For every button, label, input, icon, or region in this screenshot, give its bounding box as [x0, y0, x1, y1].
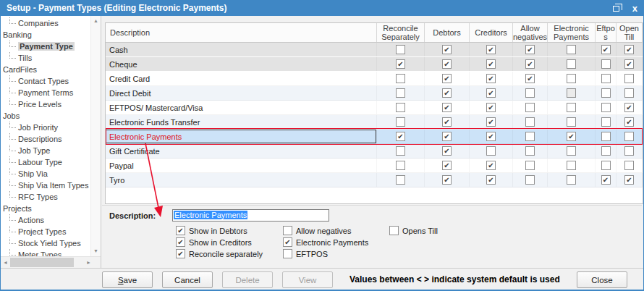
description-input[interactable]: Electronic Payments: [172, 209, 329, 222]
row-check-cell[interactable]: [470, 144, 513, 158]
table-row[interactable]: Electronic Payments: [106, 130, 643, 144]
checkbox[interactable]: [624, 103, 634, 112]
checkbox[interactable]: [601, 161, 611, 170]
checkbox[interactable]: [176, 249, 185, 258]
checkbox[interactable]: [442, 88, 452, 98]
checkbox[interactable]: [396, 132, 405, 141]
checkbox[interactable]: [601, 74, 611, 83]
row-check-cell[interactable]: [513, 57, 548, 71]
row-check-cell[interactable]: [470, 173, 513, 187]
sidebar-item-jobs[interactable]: Jobs: [1, 110, 90, 122]
titlebar[interactable]: Setup - Payment Types (Editing Electroni…: [1, 1, 643, 16]
checkbox[interactable]: [601, 88, 611, 98]
checkbox[interactable]: [601, 45, 611, 54]
row-check-cell[interactable]: [548, 130, 596, 143]
sidebar-item-ship-via-item-types[interactable]: Ship Via Item Types: [1, 180, 90, 191]
row-check-cell[interactable]: [548, 101, 596, 114]
checkbox[interactable]: [176, 226, 185, 235]
row-description[interactable]: Cash: [106, 43, 377, 56]
sidebar-item-rfc-types[interactable]: RFC Types: [1, 191, 90, 203]
row-check-cell[interactable]: [470, 86, 513, 100]
checkbox[interactable]: [567, 175, 576, 185]
checkbox[interactable]: [601, 146, 611, 156]
checkbox[interactable]: [567, 74, 576, 83]
checkbox[interactable]: [624, 74, 634, 83]
checkbox[interactable]: [624, 146, 634, 156]
checkbox[interactable]: [442, 161, 452, 170]
edit-checkbox-item[interactable]: EFTPOS: [283, 249, 368, 258]
checkbox[interactable]: [486, 88, 496, 98]
checkbox[interactable]: [525, 175, 535, 185]
row-check-cell[interactable]: [548, 86, 596, 100]
checkbox[interactable]: [486, 74, 496, 83]
checkbox[interactable]: [567, 132, 576, 141]
row-check-cell[interactable]: [548, 144, 596, 158]
row-check-cell[interactable]: [425, 101, 470, 114]
checkbox[interactable]: [624, 132, 634, 141]
checkbox[interactable]: [283, 249, 292, 258]
row-check-cell[interactable]: [548, 159, 596, 172]
row-description[interactable]: Paypal: [106, 159, 377, 172]
checkbox[interactable]: [567, 59, 576, 69]
checkbox[interactable]: [176, 237, 185, 247]
row-description[interactable]: Gift Certificate: [106, 144, 377, 158]
checkbox[interactable]: [486, 45, 496, 54]
column-header-reconcile-separately[interactable]: Reconcile Separately: [377, 23, 425, 42]
row-check-cell[interactable]: [596, 86, 617, 100]
table-row[interactable]: EFTPOS/ Mastercard/Visa: [106, 101, 643, 115]
row-check-cell[interactable]: [617, 72, 643, 85]
row-check-cell[interactable]: [470, 115, 513, 129]
checkbox[interactable]: [624, 59, 634, 69]
row-check-cell[interactable]: [425, 173, 470, 187]
sidebar-item-job-priority[interactable]: Job Priority: [1, 122, 90, 133]
checkbox[interactable]: [486, 161, 496, 170]
edit-checkbox-item[interactable]: Reconcile separately: [176, 249, 263, 258]
row-check-cell[interactable]: [617, 101, 643, 114]
row-check-cell[interactable]: [596, 130, 617, 143]
checkbox[interactable]: [442, 74, 452, 83]
row-check-cell[interactable]: [425, 43, 470, 56]
scrollbar-thumb[interactable]: [10, 258, 74, 267]
checkbox[interactable]: [525, 103, 535, 112]
checkbox[interactable]: [396, 146, 405, 156]
scroll-right-icon[interactable]: ►: [84, 257, 93, 268]
checkbox[interactable]: [624, 45, 634, 54]
row-check-cell[interactable]: [617, 130, 643, 143]
checkbox[interactable]: [442, 146, 452, 156]
row-check-cell[interactable]: [513, 43, 548, 56]
close-window-icon[interactable]: x: [630, 1, 640, 16]
checkbox[interactable]: [486, 103, 496, 112]
checkbox[interactable]: [567, 103, 576, 112]
row-check-cell[interactable]: [377, 101, 425, 114]
sidebar-item-project-types[interactable]: Project Types: [1, 226, 90, 237]
table-row[interactable]: Cash: [106, 43, 643, 57]
scroll-up-icon[interactable]: ▲: [91, 16, 101, 26]
row-check-cell[interactable]: [425, 72, 470, 85]
row-check-cell[interactable]: [513, 72, 548, 85]
sidebar-item-contact-types[interactable]: Contact Types: [1, 75, 90, 87]
row-check-cell[interactable]: [596, 101, 617, 114]
sidebar-item-ship-via[interactable]: Ship Via: [1, 168, 90, 180]
table-row[interactable]: Paypal: [106, 159, 643, 173]
checkbox[interactable]: [283, 226, 292, 235]
sidebar-item-payment-type[interactable]: Payment Type: [1, 41, 90, 52]
edit-checkbox-item[interactable]: Electronic Payments: [283, 237, 368, 247]
row-check-cell[interactable]: [548, 57, 596, 71]
sidebar-item-stock-yield-types[interactable]: Stock Yield Types: [1, 237, 90, 249]
checkbox[interactable]: [567, 117, 576, 127]
row-check-cell[interactable]: [548, 72, 596, 85]
row-check-cell[interactable]: [596, 173, 617, 187]
sidebar-item-meter-types[interactable]: Meter Types: [1, 249, 90, 256]
row-description[interactable]: EFTPOS/ Mastercard/Visa: [106, 101, 377, 114]
view-button[interactable]: View: [282, 271, 333, 288]
table-row[interactable]: Gift Certificate: [106, 144, 643, 159]
row-check-cell[interactable]: [617, 86, 643, 100]
row-check-cell[interactable]: [425, 86, 470, 100]
row-check-cell[interactable]: [377, 43, 425, 56]
sidebar-item-labour-type[interactable]: Labour Type: [1, 156, 90, 168]
row-check-cell[interactable]: [425, 115, 470, 129]
close-button[interactable]: Close: [577, 271, 627, 288]
row-check-cell[interactable]: [617, 159, 643, 172]
checkbox[interactable]: [486, 146, 496, 156]
checkbox[interactable]: [601, 175, 611, 185]
